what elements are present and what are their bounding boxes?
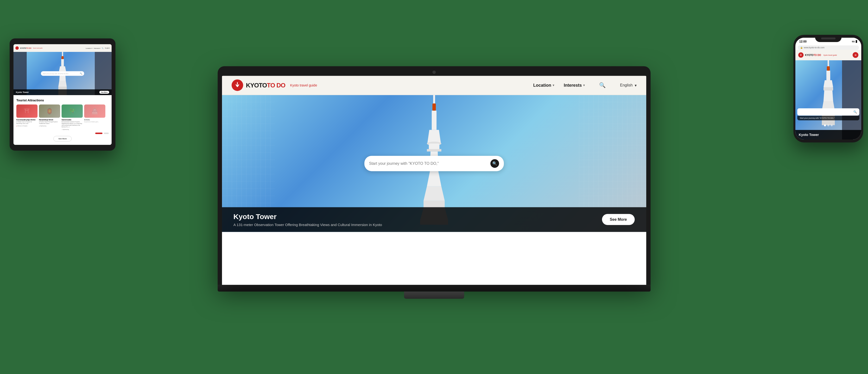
tablet-device: KYOTOTO DO Kyoto travel guide Location ▾… — [10, 38, 116, 150]
tablet-card-tag-0: ● Shrines & Temples — [17, 125, 37, 127]
tablet-card-title-2: Sannenzaka — [62, 119, 83, 121]
laptop-body: KYOTOTO DO Kyoto travel guide Location ▾… — [218, 66, 651, 285]
svg-rect-6 — [427, 149, 441, 151]
laptop-stand — [404, 292, 464, 299]
tablet-navbar: KYOTOTO DO Kyoto travel guide Location ▾… — [13, 44, 112, 52]
tablet-nav-items: Location ▾ Interests ▾ 🔍 English — [86, 47, 110, 49]
phone-hero-title: Kyoto Tower — [799, 133, 858, 137]
laptop-search-input[interactable] — [369, 161, 490, 166]
phone-notch — [815, 35, 841, 42]
tablet-card-img-3: 🏯 — [84, 104, 105, 118]
phone-search-label: Start your journey with "KYOTO TO DO," — [797, 116, 859, 120]
nav-search-icon[interactable]: 🔍 — [599, 82, 606, 89]
phone-body: 12:00 5G ▊ 🔒 www.kyoto-to-do.com — [794, 35, 863, 142]
tablet-hero-bottom: Kyoto Tower See More — [13, 89, 112, 95]
tablet-card-img-1: 🏮 — [39, 104, 60, 118]
tablet-card-desc-2: Romantically located in Kyoto's Higashiy… — [62, 121, 83, 128]
laptop-hero-title-area: Kyoto Tower A 131-meter Observation Towe… — [234, 212, 602, 227]
svg-rect-1 — [433, 95, 435, 104]
tablet-card-1: 🏮 Hanamikoji Street A Perfect Stroll Thr… — [39, 104, 60, 130]
laptop-logo-text: KYOTOTO DO — [246, 81, 285, 89]
tablet-card-tag-1: ● Sightseeing — [39, 125, 60, 127]
laptop-base — [218, 285, 651, 292]
phone-carousel-dots — [824, 125, 833, 126]
svg-rect-11 — [61, 59, 64, 66]
nav-interests[interactable]: Interests ▾ — [564, 82, 585, 88]
laptop-hero: 🔍 Kyoto Tower A 131-meter Observation To… — [222, 95, 646, 232]
scene: KYOTOTO DO Kyoto travel guide Location ▾… — [0, 0, 868, 374]
svg-rect-18 — [824, 87, 833, 91]
laptop-see-more-button[interactable]: See More — [602, 214, 634, 225]
tablet-card-title-3: Entoku — [84, 119, 105, 121]
phone-signal: 5G — [852, 40, 855, 43]
phone-time: 12:00 — [799, 40, 807, 43]
svg-rect-15 — [828, 60, 829, 67]
phone-hero: 🔍 Start your journey with "KYOTO TO DO,"… — [795, 60, 861, 140]
laptop-nav-links: Location ▾ Interests ▾ 🔍 English ▾ — [533, 82, 637, 89]
phone-screen: 12:00 5G ▊ 🔒 www.kyoto-to-do.com — [795, 38, 861, 140]
tablet-nav-location[interactable]: Location ▾ — [86, 47, 92, 49]
laptop-hero-subtitle: A 131-meter Observation Tower Offering B… — [234, 223, 602, 227]
phone-url-bar[interactable]: 🔒 www.kyoto-to-do.com — [798, 45, 859, 50]
tablet-card-img-0: ⛩ — [17, 104, 37, 118]
phone-status-icons: 5G ▊ — [852, 40, 858, 43]
laptop-logo-icon — [231, 79, 243, 91]
tablet-search-icon[interactable]: 🔍 — [80, 72, 82, 75]
laptop-navbar: KYOTOTO DO Kyoto travel guide Location ▾… — [222, 76, 646, 95]
tablet-content-see-more[interactable]: See More — [53, 136, 72, 141]
phone-search-icon[interactable]: 🔍 — [853, 110, 857, 114]
tablet-card-tag-2: ● Sightseeing — [62, 129, 83, 130]
tablet-dot-1[interactable] — [104, 133, 109, 134]
phone-dynamic-island — [821, 37, 836, 39]
nav-language[interactable]: English ▾ — [620, 83, 637, 88]
laptop-hero-title: Kyoto Tower — [234, 212, 602, 220]
phone-logo-icon — [798, 53, 804, 58]
laptop-device: KYOTOTO DO Kyoto travel guide Location ▾… — [218, 66, 651, 299]
tablet-tagline: Kyoto travel guide — [33, 47, 42, 49]
phone-logo-text: KYOTOTO DO — [805, 54, 821, 57]
phone-search-box: 🔍 — [797, 108, 859, 115]
phone-battery: ▊ — [856, 40, 858, 43]
interests-chevron: ▾ — [583, 83, 585, 87]
tablet-nav-interests[interactable]: Interests ▾ — [94, 47, 100, 49]
phone-tagline-wrapper: Kyoto travel guide — [824, 54, 837, 56]
phone-search-input[interactable] — [800, 111, 853, 113]
tablet-building-right — [95, 52, 112, 95]
laptop-content-area — [222, 232, 646, 265]
tablet-card-desc-1: A Perfect Stroll Through Kyoto's Traditi… — [39, 121, 60, 125]
tablet-logo-text: KYOTOTO DO — [20, 47, 32, 49]
phone-tagline: Kyoto travel guide — [824, 54, 837, 56]
tablet-logo-icon — [16, 46, 19, 50]
tablet-search-placeholder: Start your journey with "KYOTO TO DO," — [43, 73, 69, 74]
phone-building-right — [842, 60, 861, 140]
nav-location[interactable]: Location ▾ — [533, 82, 554, 88]
tablet-hero: Start your journey with "KYOTO TO DO," 🔍… — [13, 52, 112, 95]
phone-device: 12:00 5G ▊ 🔒 www.kyoto-to-do.com — [794, 35, 863, 142]
phone-hero-title-bar: Kyoto Tower — [795, 130, 861, 140]
tablet-search-bar: Start your journey with "KYOTO TO DO," 🔍 — [41, 71, 84, 76]
laptop-screen: KYOTOTO DO Kyoto travel guide Location ▾… — [222, 76, 646, 285]
location-chevron: ▾ — [553, 83, 554, 87]
laptop-camera — [432, 70, 436, 74]
tablet-nav-lang[interactable]: English — [105, 47, 110, 49]
laptop-tagline: Kyoto travel guide — [290, 83, 317, 87]
tablet-card-0: ⛩ Kurumazaki-jinja Shrine A Hidden Gem i… — [17, 104, 37, 130]
tablet-card-desc-0: A Hidden Gem in Kyoto for Receiving Your… — [17, 121, 37, 125]
svg-rect-2 — [432, 103, 436, 110]
phone-navbar: KYOTOTO DO Kyoto travel guide ≡ — [795, 50, 861, 60]
phone-menu-button[interactable]: ≡ — [852, 52, 858, 58]
tablet-card-2: 🎋 Sannenzaka Romantically located in Kyo… — [62, 104, 83, 130]
phone-dot-1[interactable] — [827, 125, 829, 126]
phone-dot-2[interactable] — [831, 125, 833, 126]
tablet-hero-title: Kyoto Tower — [16, 91, 99, 94]
laptop-search-button[interactable]: 🔍 — [490, 159, 499, 168]
tablet-content: Tourist Attractions ⛩ Kurumazaki-jinja S… — [13, 95, 112, 145]
svg-rect-17 — [827, 71, 830, 80]
svg-rect-9 — [62, 52, 63, 57]
tablet-see-more-button[interactable]: See More — [99, 91, 109, 94]
laptop-logo-area: KYOTOTO DO Kyoto travel guide — [231, 79, 533, 91]
phone-lock-icon: 🔒 — [800, 46, 803, 49]
phone-dot-0[interactable] — [824, 125, 826, 126]
tablet-nav-search[interactable]: 🔍 — [102, 47, 103, 49]
tablet-dot-active[interactable] — [95, 133, 102, 134]
